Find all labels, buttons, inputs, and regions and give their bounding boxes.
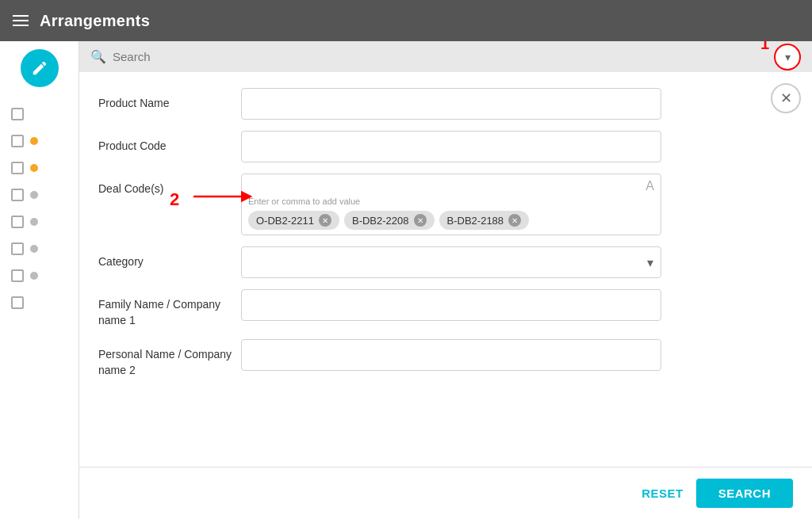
main-layout: 🔍 1 ▾ ✕ Product Name Product Code [0,41,812,519]
deal-codes-row: Deal Code(s) A Enter or comma to add val… [98,174,793,235]
sidebar-item-4[interactable] [8,209,71,235]
search-button[interactable]: SEARCH [696,479,793,508]
deal-tag-label-1: B-DB2-2208 [352,215,409,227]
fab-edit-button[interactable] [21,49,59,87]
deal-tag-2: B-DB2-2188 ✕ [439,211,530,230]
search-input[interactable] [113,50,801,63]
family-name-input[interactable] [241,289,661,321]
sidebar-item-1[interactable] [8,128,71,154]
category-label: Category [98,246,241,270]
category-field-wrap: Category 1 Category 2 ▾ [241,246,661,278]
deal-codes-field: A Enter or comma to add value O-DB2-2211… [241,174,661,235]
personal-name-label: Personal Name / Company name 2 [98,339,241,378]
form-panel: ✕ Product Name Product Code Deal Code(s) [79,72,812,467]
product-name-field-wrap [241,88,661,120]
personal-name-row: Personal Name / Company name 2 [98,339,793,378]
deal-tag-remove-0[interactable]: ✕ [319,214,331,227]
sidebar-item-3[interactable] [8,182,71,208]
deal-codes-hint: Enter or comma to add value [248,197,654,206]
product-name-input[interactable] [241,88,661,120]
close-icon: ✕ [780,90,792,107]
category-select-wrap: Category 1 Category 2 ▾ [241,246,661,278]
deal-tag-remove-2[interactable]: ✕ [508,214,521,227]
category-row: Category Category 1 Category 2 ▾ [98,246,793,278]
product-code-field-wrap [241,131,661,162]
sidebar-checkbox-4[interactable] [11,216,24,228]
deal-tag-label-2: B-DB2-2188 [447,215,504,227]
deal-codes-label: Deal Code(s) [98,174,241,197]
personal-name-field-wrap [241,339,661,371]
sidebar-dot-5 [30,245,38,253]
sidebar-checkbox-7[interactable] [11,296,24,309]
deal-tag-label-0: O-DB2-2211 [256,215,314,227]
deal-codes-input[interactable] [248,181,645,193]
bottom-bar: RESET SEARCH [79,467,812,519]
sidebar-checkbox-3[interactable] [11,189,24,201]
search-bar: 🔍 1 ▾ [79,41,812,72]
header: Arrangements [0,0,812,41]
sidebar-item-2[interactable] [8,155,71,181]
family-name-label: Family Name / Company name 1 [98,289,241,328]
content-area: 🔍 1 ▾ ✕ Product Name Product Code [79,41,812,519]
sidebar-item-7[interactable] [8,290,71,315]
product-name-label: Product Name [98,88,241,112]
sidebar-dot-1 [30,137,38,145]
sidebar-checkbox-1[interactable] [11,135,24,147]
deal-tags-container: O-DB2-2211 ✕ B-DB2-2208 ✕ B-DB2-2188 ✕ [248,211,654,230]
sidebar-checkbox-5[interactable] [11,242,24,255]
chevron-down-icon: ▾ [785,51,791,63]
edit-icon [31,59,48,77]
sidebar-dot-2 [30,164,38,172]
family-name-row: Family Name / Company name 1 [98,289,793,328]
family-name-field-wrap [241,289,661,321]
personal-name-input[interactable] [241,339,661,371]
sidebar-item-5[interactable] [8,236,71,261]
sidebar-item-0[interactable] [8,101,71,127]
deal-input-line: A [248,179,654,193]
sidebar-item-6[interactable] [8,263,71,288]
product-code-input[interactable] [241,131,661,162]
sidebar-checkbox-0[interactable] [11,108,24,120]
product-code-label: Product Code [98,131,241,155]
sidebar-dot-3 [30,191,38,199]
sidebar-dot-7 [30,299,38,307]
deal-tag-remove-1[interactable]: ✕ [414,214,427,227]
sidebar-dot-4 [30,218,38,226]
category-select[interactable]: Category 1 Category 2 [241,246,661,278]
deal-tag-0: O-DB2-2211 ✕ [248,211,339,230]
text-format-icon: A [645,179,654,193]
sidebar-checkbox-2[interactable] [11,162,24,174]
deal-codes-field-wrap: A Enter or comma to add value O-DB2-2211… [241,174,661,235]
search-icon: 🔍 [90,49,106,64]
hamburger-icon[interactable] [13,15,29,26]
product-name-row: Product Name [98,88,793,120]
annotation-number-1: 1 [760,41,769,53]
sidebar-dot-0 [30,110,38,118]
sidebar-dot-6 [30,272,38,280]
deal-tag-1: B-DB2-2208 ✕ [344,211,435,230]
close-button[interactable]: ✕ [771,83,801,113]
product-code-row: Product Code [98,131,793,162]
sidebar-checkbox-6[interactable] [11,269,24,282]
page-title: Arrangements [40,12,150,30]
search-filter-dropdown-button[interactable]: ▾ [774,44,801,71]
sidebar [0,41,79,519]
reset-button[interactable]: RESET [642,479,684,508]
